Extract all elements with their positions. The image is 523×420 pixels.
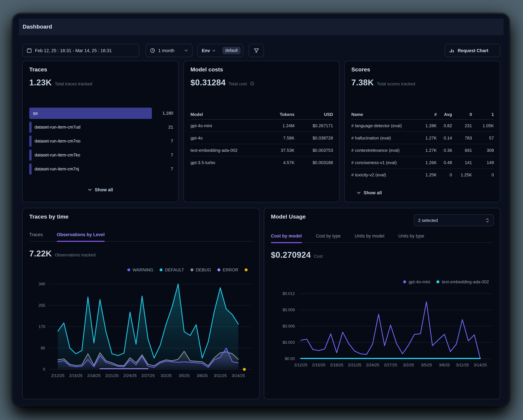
date-range-value: Feb 12, 25 : 16:31 - Mar 14, 25 : 16:31 (35, 48, 112, 53)
total-cost-label: Total cost (229, 81, 247, 86)
chevron-down-icon (88, 188, 92, 192)
page-header: Dashboard (19, 19, 504, 35)
table-cell: 691 (452, 148, 472, 153)
environment-filter[interactable]: Env default (197, 44, 243, 57)
svg-text:85: 85 (41, 346, 45, 350)
table-cell: 37.53K (255, 148, 294, 153)
svg-text:$0.003: $0.003 (283, 340, 295, 345)
total-cost-value: $0.31284 (190, 78, 226, 87)
table-cell: 1.26K (417, 160, 437, 165)
trace-list-item: dataset-run-item-cm7no7 (29, 135, 173, 147)
env-label: Env (202, 48, 210, 53)
scores-title: Scores (351, 66, 370, 73)
bar-chart-icon (449, 48, 454, 53)
table-row: # hallucination (eval)1.27K0.1478357 (351, 132, 494, 144)
table-cell: gpt-4o-mini (190, 123, 255, 128)
trace-name: dataset-run-item-cm7nj (35, 163, 79, 175)
model-usage-card: Model Usage 2 selected Cost by modelCost… (264, 208, 500, 399)
table-cell: 783 (452, 135, 472, 140)
env-value-chip: default (222, 47, 241, 54)
trace-list-item: dataset-run-item-cm7nj7 (29, 163, 173, 175)
svg-text:2/21/25: 2/21/25 (105, 373, 119, 378)
table-cell: 4.57K (255, 160, 294, 165)
column-header: 1 (472, 112, 494, 117)
table-cell: # contextrelevance (eval) (351, 148, 417, 153)
svg-text:2/12/25: 2/12/25 (51, 373, 65, 378)
table-cell: # toxicity-v2 (eval) (351, 172, 417, 177)
clock-icon (150, 48, 155, 53)
traces-card-title: Traces (29, 66, 47, 73)
traces-card: Traces 1.23K Total traces tracked qa1,18… (22, 61, 179, 202)
table-cell: gpt-3.5-turbo (190, 160, 255, 165)
table-cell: $0.038728 (294, 135, 333, 140)
trace-count: 7 (171, 135, 173, 147)
show-all-label: Show all (95, 187, 113, 192)
funnel-icon (253, 48, 259, 53)
table-row: # toxicity-v2 (eval)1.25K01.25K0 (351, 169, 494, 181)
svg-text:3/5/25: 3/5/25 (179, 373, 190, 378)
model-costs-title: Model costs (190, 66, 223, 73)
traces-show-all-button[interactable]: Show all (23, 187, 178, 192)
model-costs-table: ModelTokensUSDgpt-4o-mini1.24M$0.267171g… (190, 110, 333, 169)
screen: Dashboard Feb 12, 25 : 16:31 - Mar 14, 2… (0, 0, 523, 420)
scores-show-all-button[interactable]: Show all (357, 190, 382, 195)
svg-text:2/21/25: 2/21/25 (348, 363, 361, 367)
traces-by-time-card: Traces by time TracesObservations by Lev… (22, 208, 260, 399)
table-cell: 1.24M (255, 123, 294, 128)
svg-text:2/27/25: 2/27/25 (384, 363, 397, 367)
svg-text:3/11/25: 3/11/25 (214, 373, 227, 378)
traces-bar-list: qa1,180dataset-run-item-cm7ud21dataset-r… (29, 108, 173, 177)
table-header-row: ModelTokensUSD (190, 110, 333, 119)
total-scores-label: Total scores tracked (377, 81, 415, 86)
table-cell: 1.27K (417, 148, 437, 153)
svg-text:$0.009: $0.009 (283, 308, 295, 312)
svg-text:$0.012: $0.012 (283, 291, 295, 296)
svg-text:2/27/25: 2/27/25 (141, 373, 155, 378)
column-header: # (417, 112, 437, 117)
table-cell: 1.25K (417, 172, 437, 177)
show-all-label: Show all (364, 190, 382, 195)
total-scores-value: 7.38K (351, 78, 374, 87)
table-cell: 0 (472, 172, 494, 177)
traces-total-value: 1.23K (29, 78, 52, 87)
time-preset-select[interactable]: 1 month (146, 44, 192, 57)
time-preset-value: 1 month (158, 48, 174, 53)
table-cell: 0.14 (437, 135, 452, 140)
table-cell: 1.28K (417, 123, 437, 128)
model-usage-chart: $0.00$0.003$0.006$0.009$0.0122/12/252/15… (264, 208, 501, 400)
column-header: Tokens (255, 112, 294, 117)
table-row: gpt-3.5-turbo4.57K$0.003188 (190, 157, 333, 169)
svg-text:3/2/25: 3/2/25 (161, 373, 172, 378)
table-cell: 1.25K (452, 172, 472, 177)
table-cell: 7.58K (255, 135, 294, 140)
model-costs-card: Model costs $0.31284 Total cost ModelTok… (183, 61, 339, 202)
column-header: Name (351, 112, 417, 117)
table-cell: 308 (472, 148, 494, 153)
svg-text:$0.00: $0.00 (285, 357, 295, 361)
table-row: gpt-4o7.58K$0.038728 (190, 132, 333, 144)
table-row: gpt-4o-mini1.24M$0.267171 (190, 119, 333, 132)
date-range-picker[interactable]: Feb 12, 25 : 16:31 - Mar 14, 25 : 16:31 (22, 44, 139, 57)
request-chart-button[interactable]: Request Chart (445, 44, 500, 57)
filter-button[interactable] (249, 44, 264, 57)
table-cell: $0.267171 (294, 123, 333, 128)
table-cell: 141 (452, 160, 472, 165)
table-cell: 149 (472, 160, 494, 165)
svg-text:$0.006: $0.006 (283, 324, 295, 328)
page-title: Dashboard (23, 19, 52, 35)
svg-text:2/12/25: 2/12/25 (294, 363, 307, 367)
table-row: # contextrelevance (eval)1.27K0.36691308 (351, 144, 494, 157)
table-cell: $0.003188 (294, 160, 333, 165)
svg-text:3/11/25: 3/11/25 (456, 363, 469, 367)
chevron-down-icon (212, 49, 216, 52)
traces-total-label: Total traces tracked (55, 81, 92, 86)
table-cell: 1.27K (417, 135, 437, 140)
svg-text:2/15/25: 2/15/25 (69, 373, 82, 378)
table-row: # conciseness-v1 (eval)1.26K0.48141149 (351, 157, 494, 169)
table-cell: 0.36 (437, 148, 452, 153)
table-cell: gpt-4o (190, 135, 255, 140)
observations-by-level-chart: 0851702553402/12/252/15/252/18/252/21/25… (23, 208, 260, 400)
column-header: USD (294, 112, 333, 117)
trace-list-item: dataset-run-item-cm7ud21 (29, 122, 173, 133)
table-cell: 231 (452, 123, 472, 128)
